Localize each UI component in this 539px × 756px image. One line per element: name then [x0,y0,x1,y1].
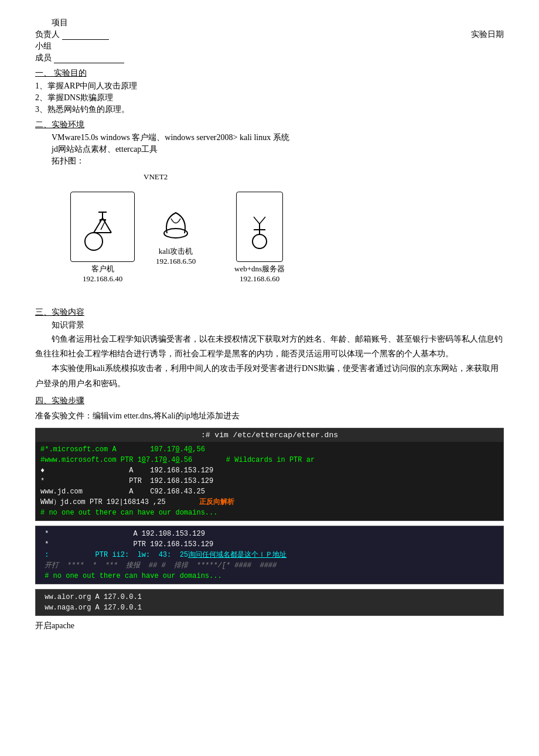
s3-p1: 钓鱼者运用社会工程学知识诱骗受害者，以在未授权情况下获取对方的姓名、年龄、邮箱账… [35,332,504,361]
s4-apache: 开启apache [35,621,504,631]
t2-line3: : PTR ii2: lw: 43: 25询问任何域名都是这个ｌＰ地址 [40,550,499,560]
s2-env1: VMware15.0s windows 客户端、windows server20… [52,132,504,143]
terminal1-block: :# vim /etc/ettercap/etter.dns #*.micros… [35,428,504,521]
t2-line1: * A 192.108.153.129 [40,529,499,539]
project-label: 项目 [52,18,68,28]
node1-ip: 192.168.6.40 [83,274,122,284]
team-line: 小组 [35,41,504,52]
members-underline [54,53,124,63]
node3-icon [236,192,283,262]
section2: 二、实验环境 VMware15.0s windows 客户端、windows s… [35,120,504,301]
node1-label: 客户机 [91,264,114,274]
team-label: 小组 [35,41,52,52]
s1-item2: 2、掌握DNS欺骗原理 [35,93,504,103]
node3-ip: 192.168.6.60 [240,274,279,284]
t1-line5: www.jd.com A C92.168.43.25 [40,486,499,497]
node2-icon [146,198,205,245]
page-content: 项目 负责人 实验日期 小组 成员 一、 实验目的 1、掌握ARP中间人攻击原理… [35,18,504,631]
s2-env2: jd网站站点素材、ettercap工具 [52,144,504,155]
s2-env3: 拓扑图： [52,156,504,166]
node2-ip: 192.168.6.50 [156,257,196,266]
svg-point-7 [164,229,187,238]
t1-line7: # no one out there can have our domains.… [40,508,499,518]
svg-text:7: 7 [98,215,107,233]
section3: 三、实验内容 知识背景 钓鱼者运用社会工程学知识诱骗受害者，以在未授权情况下获取… [35,307,504,391]
t1-line6: WWW）jd.com PTR 192|168143 ,25 正反向解析 [40,497,499,508]
computer-svg: 7 [82,200,123,253]
t2-line2: * PTR 192.168.153.129 [40,539,499,550]
svg-line-11 [254,217,260,224]
section1: 一、 实验目的 1、掌握ARP中间人攻击原理 2、掌握DNS欺骗原理 3、熟悉网… [35,68,504,115]
t1-line2: #www.microsoft.com PTR 107.170.40.56 # W… [40,455,499,465]
s1-title: 一、 实验目的 [35,68,504,79]
node3-label: web+dns服务器 [234,264,285,274]
header-section: 项目 负责人 实验日期 小组 成员 [35,18,504,63]
node1-icon: 7 [70,192,135,262]
s4-title: 四、实验步骤 [35,396,504,406]
t2-line4: 开打 **** * *** 接报 ## # 排排 *****/[* #### #… [40,560,499,571]
terminal2-content: * A 192.108.153.129 * PTR 192.168.153.12… [36,526,503,584]
terminal2-block: * A 192.108.153.129 * PTR 192.168.153.12… [35,526,504,584]
t1-line3: ♦ A 192.168.153.129 [40,465,499,476]
section4: 四、实验步骤 准备实验文件：编辑vim etter.dns,将Kali的ip地址… [35,396,504,631]
s3-p2: 本实验使用kali系统模拟攻击者，利用中间人的攻击手段对受害者进行DNS欺骗，使… [35,361,504,390]
s3-title: 三、实验内容 [35,307,504,318]
terminal1-title: :# vim /etc/ettercap/etter.dns [36,428,503,442]
responsible-date-row: 负责人 实验日期 [35,29,504,41]
responsible-underline [62,30,109,40]
s3-sub: 知识背景 [52,320,504,331]
terminal3-content: ww.alor.org A 127.0.0.1 ww.naga.org A 12… [36,590,503,615]
svg-point-0 [85,233,103,250]
members-line: 成员 [35,53,504,63]
terminal3-block: ww.alor.org A 127.0.0.1 ww.naga.org A 12… [35,589,504,616]
s1-item1: 1、掌握ARP中间人攻击原理 [35,81,504,91]
t3-line2: ww.naga.org A 127.0.0.1 [40,602,499,613]
node2-label: kali攻击机 [159,246,193,257]
members-label: 成员 [35,53,52,63]
s1-item3: 3、熟悉网站钓鱼的原理。 [35,104,504,115]
responsible-line: 负责人 [35,29,109,40]
date-label: 实验日期 [471,29,504,40]
project-line: 项目 [35,18,504,28]
svg-line-12 [260,217,265,224]
t1-line4: * PTR 192.168.153.129 [40,476,499,486]
s2-title: 二、实验环境 [35,120,504,130]
node2: kali攻击机 192.168.6.50 [146,198,205,266]
s4-intro: 准备实验文件：编辑vim etter.dns,将Kali的ip地址添加进去 [35,408,504,423]
terminal1-title-text: :# vim /etc/ettercap/etter.dns [201,431,338,440]
t1-line1: #*.microsoft.com A 107.170.40,56 [40,444,499,455]
t3-line1: ww.alor.org A 127.0.0.1 [40,592,499,602]
responsible-label: 负责人 [35,29,60,40]
svg-point-8 [253,234,267,248]
terminal1-content: #*.microsoft.com A 107.170.40,56 #www.mi… [36,442,503,520]
t2-line5: # no one out there can have our domains.… [40,571,499,581]
server-svg [245,200,274,253]
node3: web+dns服务器 192.168.6.60 [234,192,285,284]
topology-area: VNET2 7 [35,172,504,301]
vnet-label: VNET2 [144,172,168,182]
kali-svg [158,201,193,242]
node1: 7 客户机 192.168.6.40 [70,192,135,284]
